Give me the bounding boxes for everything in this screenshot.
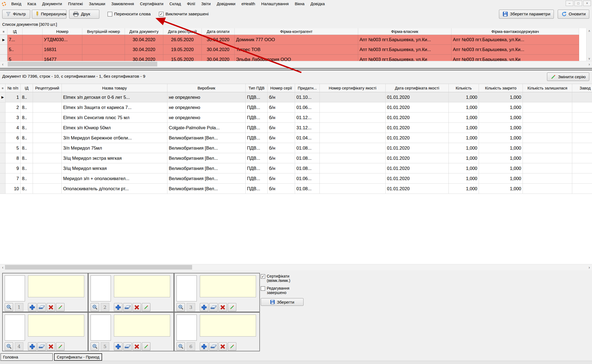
delete-certificate-button[interactable]	[47, 342, 55, 351]
certificate-note-box[interactable]	[200, 315, 256, 337]
menu-item-12[interactable]: Налаштування	[258, 1, 292, 7]
scan-certificate-button[interactable]	[37, 303, 46, 311]
zoom-photo-button[interactable]	[176, 303, 185, 311]
refresh-button[interactable]: Оновити	[558, 10, 589, 19]
detail-hscrollbar[interactable]: ‹ ›	[0, 264, 592, 270]
menu-item-9[interactable]: Звіти	[198, 1, 214, 7]
table-row[interactable]: 68..З/п Меридол Бережное отбели...Велико…	[0, 133, 592, 143]
menu-item-6[interactable]: Сертифікати	[137, 1, 166, 7]
scrollbar-thumb[interactable]	[8, 62, 157, 66]
menu-item-8[interactable]: Філії	[184, 1, 198, 7]
table-row[interactable]: ▶18..Elmex з/п детская от 0-6 лет 5...не…	[0, 92, 592, 102]
edit-certificate-button[interactable]	[142, 303, 150, 311]
column-header[interactable]: Рецептурний	[33, 84, 62, 92]
zoom-photo-button[interactable]	[5, 303, 13, 311]
edit-certificate-button[interactable]	[228, 303, 236, 311]
save-params-button[interactable]: Зберегти параметри	[499, 10, 554, 19]
recalculate-button[interactable]: Перерахунок	[32, 10, 66, 19]
certificate-image-box[interactable]	[176, 315, 197, 341]
table-row[interactable]: 98..З/щ Меридол мягкаяВеликобритания [Ве…	[0, 163, 592, 173]
delete-certificate-button[interactable]	[218, 303, 227, 311]
certificate-image-box[interactable]	[5, 275, 25, 301]
exclude-completed-checkbox[interactable]: ✓ Виключити завершені	[159, 12, 209, 16]
column-header[interactable]: Назва товару	[62, 84, 167, 92]
zoom-photo-button[interactable]	[91, 303, 99, 311]
zoom-photo-button[interactable]	[5, 342, 13, 351]
column-header[interactable]: Придатн...	[295, 84, 320, 92]
scan-certificate-button[interactable]	[123, 303, 132, 311]
add-certificate-button[interactable]	[200, 342, 208, 351]
change-series-button[interactable]: Змінити серію	[547, 72, 589, 81]
column-header[interactable]: ІД	[21, 84, 33, 92]
certificate-image-box[interactable]	[5, 315, 25, 341]
minimize-button[interactable]: –	[566, 1, 573, 6]
table-row[interactable]: 5..1683130.04.202019.05.202030.04.2020Ти…	[0, 45, 587, 55]
column-header[interactable]: Дата сертифіката якості	[386, 84, 449, 92]
edit-certificate-button[interactable]	[56, 342, 64, 351]
certificate-image-box[interactable]	[91, 275, 111, 301]
column-header[interactable]: Номер серії	[268, 84, 295, 92]
column-header[interactable]: Кількість закрито	[479, 84, 523, 92]
delete-certificate-button[interactable]	[218, 342, 227, 351]
add-certificate-button[interactable]	[200, 303, 208, 311]
scrollbar-thumb[interactable]	[5, 265, 192, 270]
column-header[interactable]: Фірма-вантажоодержувач	[451, 28, 579, 35]
print-button[interactable]: Друк	[69, 10, 99, 19]
scan-certificate-button[interactable]	[37, 342, 46, 351]
table-row[interactable]: 108..Ополаскиватель д/полости рт...Велик…	[0, 184, 592, 194]
save-button[interactable]: Зберегти	[261, 298, 304, 306]
menu-item-13[interactable]: Вікна	[292, 1, 307, 7]
delete-certificate-button[interactable]	[133, 303, 141, 311]
certificates-toggle-checkbox[interactable]: ✓ Сертифікати (ввімк./вимк.)	[261, 274, 313, 283]
table-row[interactable]: 78..Меридол з/п + ополаскивател...Велико…	[0, 173, 592, 184]
menu-item-7[interactable]: Склад	[166, 1, 184, 7]
menu-item-14[interactable]: Довідка	[307, 1, 328, 7]
scroll-left-icon[interactable]: ‹	[0, 264, 5, 270]
column-header[interactable]	[23, 28, 43, 35]
scroll-right-icon[interactable]: ›	[587, 264, 592, 270]
certificate-note-box[interactable]	[114, 315, 170, 337]
delete-certificate-button[interactable]	[47, 303, 55, 311]
column-header[interactable]: Фірма-контрагент	[235, 28, 358, 35]
tab-0[interactable]: Головна	[1, 353, 53, 361]
scan-certificate-button[interactable]	[209, 342, 218, 351]
column-header[interactable]: Номер сертифікату якості	[320, 84, 386, 92]
table-row[interactable]: 88..З/щ Меридол экстра мягкаяВеликобрита…	[0, 153, 592, 163]
zoom-photo-button[interactable]	[91, 342, 99, 351]
splitter[interactable]	[0, 68, 592, 70]
close-button[interactable]: ×	[583, 1, 591, 6]
add-certificate-button[interactable]	[28, 303, 37, 311]
menu-item-2[interactable]: Документи	[39, 1, 65, 7]
scan-certificate-button[interactable]	[209, 303, 218, 311]
column-header[interactable]: Номер	[43, 28, 82, 35]
tab-1[interactable]: Сертификаты - Приход	[54, 353, 102, 361]
edit-done-checkbox[interactable]: Редагування завершено	[261, 286, 313, 295]
filter-button[interactable]: Фільтр	[2, 10, 30, 19]
scroll-up-icon[interactable]: ∧	[587, 28, 592, 33]
edit-certificate-button[interactable]	[56, 303, 64, 311]
certificate-note-box[interactable]	[114, 275, 170, 297]
column-header[interactable]: № п/п	[5, 84, 21, 92]
column-header[interactable]: ІД	[7, 28, 23, 35]
certificate-image-box[interactable]	[176, 275, 197, 301]
menu-item-11[interactable]: eHealth	[239, 1, 258, 7]
certificate-image-box[interactable]	[91, 315, 111, 341]
certificate-note-box[interactable]	[200, 275, 256, 297]
scroll-left-icon[interactable]: ‹	[0, 61, 5, 67]
edit-certificate-button[interactable]	[228, 342, 236, 351]
table-row[interactable]: 58..З/п Меридол 75млВеликобритания [Вел.…	[0, 143, 592, 153]
column-header[interactable]: Дата оплати	[202, 28, 235, 35]
scan-certificate-button[interactable]	[123, 342, 132, 351]
column-header[interactable]: Кількість залишилася	[523, 84, 572, 92]
column-header[interactable]: Фірма-власник	[358, 28, 451, 35]
table-row[interactable]: 51647730.04.202015.05.202030.04.2020Эльф…	[0, 55, 587, 61]
column-header[interactable]: Дата реєстрації	[163, 28, 202, 35]
delete-certificate-button[interactable]	[133, 342, 141, 351]
scroll-down-icon[interactable]: ∨	[587, 56, 592, 61]
scroll-right-icon[interactable]: ›	[587, 61, 592, 67]
table-row[interactable]: ▶7...УТДМ030...30.04.202026.05.202030.04…	[0, 35, 587, 45]
doc-list-vscrollbar[interactable]: ∧ ∨	[586, 28, 592, 61]
menu-item-3[interactable]: Платежі	[65, 1, 86, 7]
add-certificate-button[interactable]	[28, 342, 37, 351]
menu-item-5[interactable]: Замовлення	[108, 1, 137, 7]
